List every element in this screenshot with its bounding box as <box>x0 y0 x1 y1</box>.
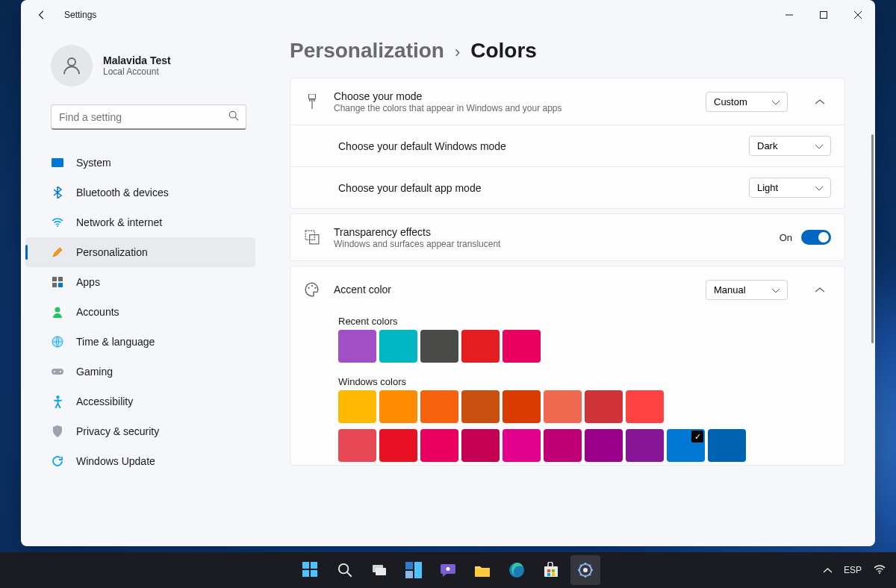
svg-rect-8 <box>58 277 63 281</box>
sidebar-item-update[interactable]: Windows Update <box>25 446 255 476</box>
color-swatch[interactable] <box>461 330 500 363</box>
sidebar-item-label: Personalization <box>76 246 148 258</box>
expand-button[interactable] <box>809 278 831 301</box>
svg-point-2 <box>68 58 75 66</box>
svg-rect-39 <box>552 569 555 572</box>
svg-rect-9 <box>52 283 57 287</box>
color-swatch[interactable] <box>420 330 458 363</box>
color-swatch[interactable] <box>379 390 417 423</box>
breadcrumb-parent[interactable]: Personalization <box>290 39 444 63</box>
svg-point-44 <box>879 572 880 574</box>
color-swatch[interactable] <box>338 390 376 423</box>
svg-rect-13 <box>52 369 63 375</box>
sidebar-item-network[interactable]: Network & internet <box>25 207 255 237</box>
tray-wifi-icon[interactable] <box>874 565 886 576</box>
color-swatch[interactable] <box>379 429 417 462</box>
mode-dropdown[interactable]: Custom <box>706 92 788 112</box>
recent-swatches <box>338 330 764 363</box>
color-swatch[interactable] <box>420 390 458 423</box>
widgets-button[interactable] <box>399 555 429 585</box>
settings-taskbar-button[interactable] <box>570 555 600 585</box>
svg-rect-19 <box>310 235 319 244</box>
color-swatch[interactable] <box>420 429 458 462</box>
svg-rect-7 <box>52 277 57 281</box>
color-swatch[interactable] <box>626 390 664 423</box>
store-button[interactable] <box>536 555 566 585</box>
search-input[interactable] <box>51 104 246 130</box>
transparency-card: Transparency effects Windows and surface… <box>290 213 845 261</box>
mode-desc: Change the colors that appear in Windows… <box>334 103 692 113</box>
color-swatch[interactable] <box>503 429 541 462</box>
main-content: Personalization › Colors Choose your mod… <box>260 30 875 546</box>
scrollbar[interactable] <box>871 134 874 343</box>
explorer-button[interactable] <box>467 555 497 585</box>
start-button[interactable] <box>296 555 326 585</box>
sidebar-item-time[interactable]: Time & language <box>25 327 255 357</box>
svg-rect-25 <box>302 570 309 577</box>
svg-point-16 <box>56 395 59 398</box>
sidebar-item-bluetooth[interactable]: Bluetooth & devices <box>25 178 255 207</box>
mode-card: Choose your mode Change the colors that … <box>290 78 845 209</box>
sidebar-item-privacy[interactable]: Privacy & security <box>25 416 255 446</box>
sidebar-item-personalization[interactable]: Personalization <box>25 237 255 267</box>
color-swatch[interactable] <box>461 390 500 423</box>
color-swatch[interactable] <box>503 330 541 363</box>
color-swatch[interactable] <box>338 330 376 363</box>
sidebar-item-accounts[interactable]: Accounts <box>25 297 255 327</box>
win-mode-label: Choose your default Windows mode <box>338 140 749 152</box>
sidebar-item-apps[interactable]: Apps <box>25 267 255 297</box>
maximize-button[interactable] <box>806 0 841 30</box>
search-box <box>51 104 246 130</box>
svg-rect-35 <box>475 569 490 577</box>
chevron-down-icon <box>815 182 823 193</box>
transparency-toggle[interactable] <box>801 230 831 245</box>
system-icon <box>51 156 64 169</box>
svg-point-21 <box>311 285 313 287</box>
sidebar-item-label: Windows Update <box>76 455 155 467</box>
win-mode-dropdown[interactable]: Dark <box>749 136 831 156</box>
color-swatch[interactable] <box>461 429 500 462</box>
breadcrumb-current: Colors <box>470 39 537 63</box>
expand-button[interactable] <box>809 90 831 113</box>
task-search-button[interactable] <box>330 555 360 585</box>
profile[interactable]: Malavida Test Local Account <box>21 37 260 100</box>
back-button[interactable] <box>31 4 52 25</box>
color-swatch[interactable] <box>503 390 541 423</box>
svg-point-43 <box>583 568 588 572</box>
color-swatch[interactable] <box>379 330 417 363</box>
sidebar-item-label: Apps <box>76 276 100 288</box>
svg-rect-31 <box>405 562 413 569</box>
app-mode-label: Choose your default app mode <box>338 182 749 194</box>
color-swatch[interactable] <box>544 429 582 462</box>
chat-button[interactable] <box>433 555 463 585</box>
sidebar-item-accessibility[interactable]: Accessibility <box>25 387 255 416</box>
tray-chevron-icon[interactable] <box>824 565 832 575</box>
svg-rect-41 <box>552 573 555 576</box>
accessibility-icon <box>51 395 64 408</box>
color-swatch[interactable] <box>585 390 623 423</box>
close-button[interactable] <box>841 0 875 30</box>
svg-rect-17 <box>309 94 316 99</box>
minimize-button[interactable] <box>772 0 806 30</box>
edge-button[interactable] <box>502 555 532 585</box>
task-view-button[interactable] <box>364 555 394 585</box>
tray-language[interactable]: ESP <box>844 565 862 575</box>
color-swatch[interactable] <box>667 429 705 462</box>
accent-dropdown[interactable]: Manual <box>706 280 788 300</box>
color-swatch[interactable] <box>338 429 376 462</box>
shield-icon <box>51 425 64 438</box>
color-swatch[interactable] <box>544 390 582 423</box>
profile-name: Malavida Test <box>103 54 171 66</box>
color-swatch[interactable] <box>626 429 664 462</box>
sidebar-item-label: Accessibility <box>76 395 133 407</box>
color-swatch[interactable] <box>708 429 746 462</box>
mode-title: Choose your mode <box>334 90 692 102</box>
accent-title: Accent color <box>334 284 692 295</box>
color-swatch[interactable] <box>585 429 623 462</box>
sidebar-item-system[interactable]: System <box>25 148 255 178</box>
palette-icon <box>304 282 320 297</box>
apps-icon <box>51 275 64 289</box>
svg-rect-5 <box>52 158 63 167</box>
sidebar-item-gaming[interactable]: Gaming <box>25 357 255 387</box>
app-mode-dropdown[interactable]: Light <box>749 178 831 198</box>
